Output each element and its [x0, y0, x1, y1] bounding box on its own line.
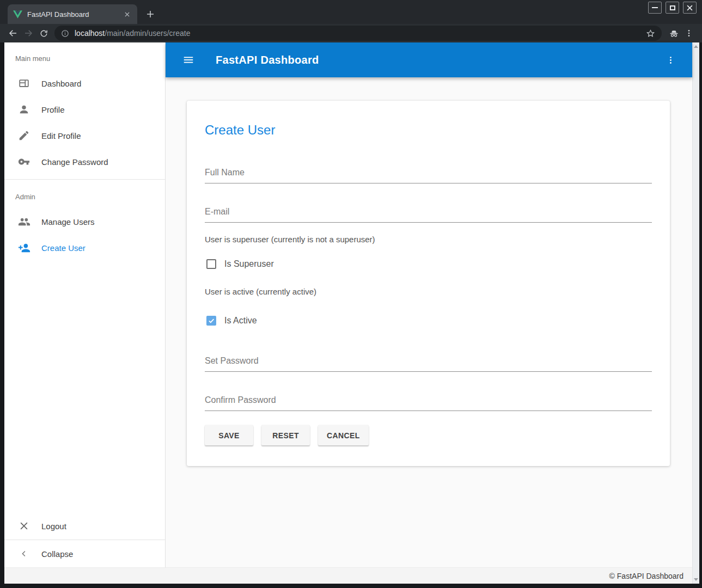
sidebar-divider — [4, 179, 165, 180]
bookmark-star-icon[interactable] — [646, 29, 655, 38]
full-name-input[interactable] — [205, 164, 652, 183]
checkbox-label: Is Superuser — [224, 259, 274, 269]
sidebar-item-manage-users[interactable]: Manage Users — [4, 209, 165, 235]
set-password-field — [205, 352, 652, 372]
app-title: FastAPI Dashboard — [216, 54, 319, 66]
copyright-text: © FastAPI Dashboard — [609, 572, 683, 580]
email-input[interactable] — [205, 203, 652, 223]
vertical-scrollbar[interactable] — [692, 42, 699, 584]
person-add-icon — [17, 241, 30, 254]
app-menu-icon[interactable] — [661, 50, 680, 70]
confirm-password-field — [205, 391, 652, 411]
scroll-down-icon[interactable] — [694, 578, 698, 581]
url-bar[interactable]: localhost/main/admin/users/create — [54, 26, 662, 41]
sidebar-item-label: Change Password — [41, 157, 108, 167]
sidebar-item-create-user[interactable]: Create User — [4, 235, 165, 261]
sidebar-item-label: Collapse — [41, 549, 73, 559]
close-window-button[interactable] — [683, 2, 697, 14]
vue-logo-icon — [13, 10, 22, 19]
sidebar-item-collapse[interactable]: Collapse — [4, 540, 165, 567]
tab-title: FastAPI Dashboard — [27, 10, 122, 19]
app-toolbar: FastAPI Dashboard — [166, 42, 692, 77]
page-title: Create User — [205, 122, 652, 138]
people-icon — [17, 215, 30, 228]
sidebar-item-dashboard[interactable]: Dashboard — [4, 70, 165, 96]
url-host: localhost — [75, 29, 105, 38]
tab-close-icon[interactable] — [122, 9, 132, 19]
url-path: /main/admin/users/create — [105, 29, 190, 38]
is-active-checkbox[interactable] — [206, 316, 216, 326]
sidebar-item-label: Dashboard — [41, 79, 81, 88]
sidebar-item-label: Create User — [41, 243, 86, 253]
site-info-icon[interactable] — [61, 29, 69, 38]
forward-icon[interactable] — [21, 26, 36, 41]
is-superuser-checkbox-row[interactable]: Is Superuser — [205, 258, 652, 271]
content-area: Create User User is superuser (currently… — [166, 77, 692, 567]
close-icon — [17, 519, 30, 532]
dashboard-icon — [17, 77, 30, 90]
maximize-button[interactable] — [666, 2, 679, 14]
sidebar-section-main-menu: Main menu — [4, 42, 165, 70]
superuser-helper-text: User is superuser (currently is not a su… — [205, 235, 652, 244]
sidebar-item-label: Profile — [41, 105, 65, 114]
form-buttons: SAVE RESET CANCEL — [205, 425, 652, 445]
sidebar-item-logout[interactable]: Logout — [4, 512, 165, 540]
sidebar-section-admin: Admin — [4, 184, 165, 209]
sidebar-item-profile[interactable]: Profile — [4, 96, 165, 122]
page: Main menu Dashboard Profile — [4, 42, 699, 584]
sidebar-item-label: Logout — [41, 522, 66, 531]
hamburger-menu-icon[interactable] — [179, 50, 198, 70]
page-footer: © FastAPI Dashboard — [4, 567, 692, 584]
sidebar-item-change-password[interactable]: Change Password — [4, 149, 165, 175]
sidebar-item-label: Manage Users — [41, 217, 95, 226]
browser-toolbar: localhost/main/admin/users/create — [0, 24, 702, 42]
email-field — [205, 203, 652, 223]
is-active-checkbox-row[interactable]: Is Active — [205, 314, 652, 327]
new-tab-button[interactable] — [143, 7, 158, 22]
url-text[interactable]: localhost/main/admin/users/create — [75, 29, 646, 38]
create-user-card: Create User User is superuser (currently… — [187, 101, 670, 466]
minimize-button[interactable] — [648, 2, 662, 14]
reload-icon[interactable] — [36, 26, 51, 41]
checkbox-label: Is Active — [224, 316, 257, 326]
scroll-up-icon[interactable] — [694, 45, 698, 48]
main-area: FastAPI Dashboard Create User — [166, 42, 692, 567]
check-icon — [207, 317, 215, 324]
full-name-field — [205, 164, 652, 183]
confirm-password-input[interactable] — [205, 391, 652, 411]
cancel-button[interactable]: CANCEL — [318, 425, 369, 445]
key-icon — [17, 155, 30, 168]
is-superuser-checkbox[interactable] — [206, 259, 216, 269]
sidebar-item-edit-profile[interactable]: Edit Profile — [4, 122, 165, 149]
save-button[interactable]: SAVE — [205, 425, 253, 445]
incognito-icon — [666, 26, 681, 41]
browser-tab-bar: FastAPI Dashboard — [0, 0, 702, 24]
browser-menu-icon[interactable] — [681, 26, 697, 41]
back-icon[interactable] — [5, 26, 21, 41]
set-password-input[interactable] — [205, 352, 652, 372]
window-controls — [648, 2, 697, 14]
chevron-left-icon — [17, 547, 30, 560]
person-icon — [17, 103, 30, 116]
sidebar-item-label: Edit Profile — [41, 131, 81, 140]
pencil-icon — [17, 129, 30, 142]
browser-tab[interactable]: FastAPI Dashboard — [8, 4, 137, 24]
sidebar: Main menu Dashboard Profile — [4, 42, 166, 567]
reset-button[interactable]: RESET — [261, 425, 310, 445]
active-helper-text: User is active (currently active) — [205, 287, 652, 297]
